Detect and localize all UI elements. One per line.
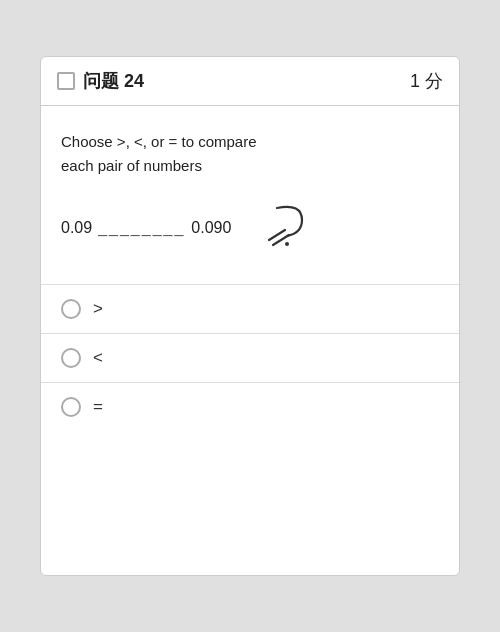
handwriting-area [247, 198, 327, 258]
handwriting-svg [247, 198, 327, 258]
card-header: 问题 24 1 分 [41, 57, 459, 106]
question-card: 问题 24 1 分 Choose >, <, or = to compare e… [40, 56, 460, 576]
label-gt: > [93, 299, 103, 319]
question-text: Choose >, <, or = to compare each pair o… [61, 130, 439, 178]
option-equal[interactable]: = [41, 383, 459, 431]
card-body: Choose >, <, or = to compare each pair o… [41, 106, 459, 284]
comparison-row: 0.09 ________ 0.090 [61, 198, 439, 258]
number-right: 0.090 [191, 219, 231, 237]
label-eq: = [93, 397, 103, 417]
header-left: 问题 24 [57, 69, 144, 93]
label-lt: < [93, 348, 103, 368]
number-left: 0.09 [61, 219, 92, 237]
question-icon [57, 72, 75, 90]
option-greater-than[interactable]: > [41, 285, 459, 334]
answer-blank: ________ [98, 219, 185, 237]
radio-eq[interactable] [61, 397, 81, 417]
options-list: > < = [41, 285, 459, 431]
radio-gt[interactable] [61, 299, 81, 319]
radio-lt[interactable] [61, 348, 81, 368]
question-score: 1 分 [410, 69, 443, 93]
question-title: 问题 24 [83, 69, 144, 93]
svg-point-0 [285, 242, 289, 246]
option-less-than[interactable]: < [41, 334, 459, 383]
